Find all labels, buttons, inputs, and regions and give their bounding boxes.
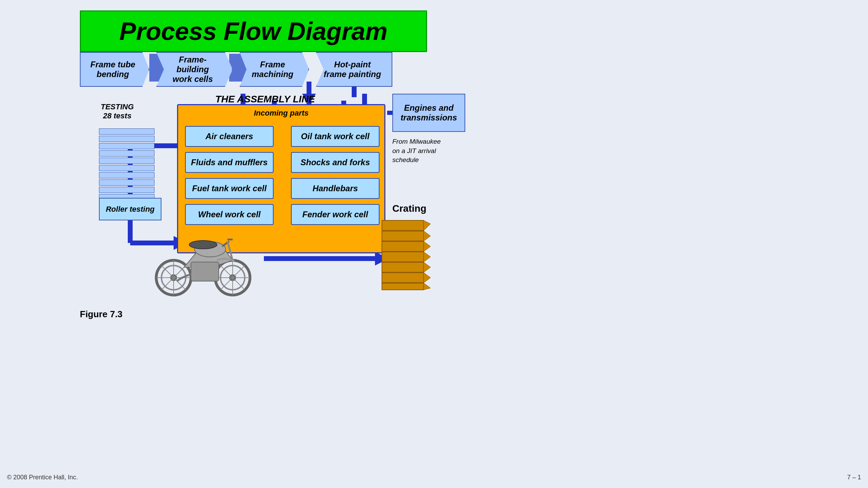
fender-work-cell: Fender work cell <box>291 204 379 225</box>
engines-label: Engines and transmissions <box>401 103 457 123</box>
shocks-forks-cell: Shocks and forks <box>291 152 379 173</box>
fender-work-label: Fender work cell <box>302 210 368 219</box>
oil-tank-label: Oil tank work cell <box>301 132 369 141</box>
svg-rect-45 <box>191 262 219 281</box>
testing-label: TESTING 28 tests <box>101 102 134 120</box>
air-cleaners-cell: Air cleaners <box>185 126 274 147</box>
copyright: © 2008 Prentice Hall, Inc. <box>7 474 78 481</box>
test-bar-1 <box>99 128 155 135</box>
crating-label: Crating <box>392 203 426 214</box>
flow-step-2: Frame-building work cells <box>156 52 233 87</box>
air-cleaners-label: Air cleaners <box>206 132 253 141</box>
fluids-mufflers-cell: Fluids and mufflers <box>185 152 274 173</box>
wheel-work-label: Wheel work cell <box>198 210 260 219</box>
engines-box: Engines and transmissions <box>392 94 465 132</box>
roller-testing-label: Roller testing <box>106 205 155 214</box>
test-bar-7 <box>99 172 155 178</box>
flow-step-3: Frame machining <box>240 52 309 87</box>
test-bar-9 <box>99 187 155 193</box>
flow-step-1: Frame tube bending <box>80 52 149 87</box>
wheel-work-cell: Wheel work cell <box>185 204 274 225</box>
jit-note: From Milwaukee on a JIT arrival schedule <box>392 137 462 165</box>
shocks-forks-label: Shocks and forks <box>300 158 370 167</box>
assembly-line-label: THE ASSEMBLY LINE <box>215 94 315 105</box>
flow-step-4: Hot-paint frame painting <box>316 52 392 87</box>
fluids-mufflers-label: Fluids and mufflers <box>191 158 268 167</box>
svg-marker-52 <box>424 220 431 290</box>
test-bar-6 <box>99 165 155 171</box>
svg-point-47 <box>189 241 217 249</box>
crating-graphic <box>378 217 434 295</box>
handlebars-label: Handlebars <box>312 184 358 193</box>
handlebars-cell: Handlebars <box>291 178 379 199</box>
incoming-parts-label: Incoming parts <box>254 109 309 118</box>
crating-svg <box>378 217 434 293</box>
flow-step-1-label: Frame tube bending <box>90 60 135 79</box>
page-title: Process Flow Diagram <box>119 17 387 45</box>
test-bar-8 <box>99 179 155 186</box>
test-bar-3 <box>99 143 155 149</box>
motorcycle-graphic <box>149 222 260 298</box>
test-bar-5 <box>99 158 155 164</box>
title-banner: Process Flow Diagram <box>80 10 427 52</box>
fuel-tank-label: Fuel tank work cell <box>192 184 267 193</box>
figure-label: Figure 7.3 <box>80 309 123 320</box>
roller-testing-box: Roller testing <box>99 198 161 220</box>
page-number: 7 – 1 <box>847 474 861 481</box>
oil-tank-cell: Oil tank work cell <box>291 126 379 147</box>
test-bar-2 <box>99 136 155 142</box>
flow-step-4-label: Hot-paint frame painting <box>324 60 381 79</box>
test-bar-4 <box>99 150 155 157</box>
fuel-tank-cell: Fuel tank work cell <box>185 178 274 199</box>
flow-step-3-label: Frame machining <box>252 60 293 79</box>
motorcycle-svg <box>149 222 260 298</box>
test-stack <box>99 128 155 201</box>
flow-step-2-label: Frame-building work cells <box>164 55 222 84</box>
